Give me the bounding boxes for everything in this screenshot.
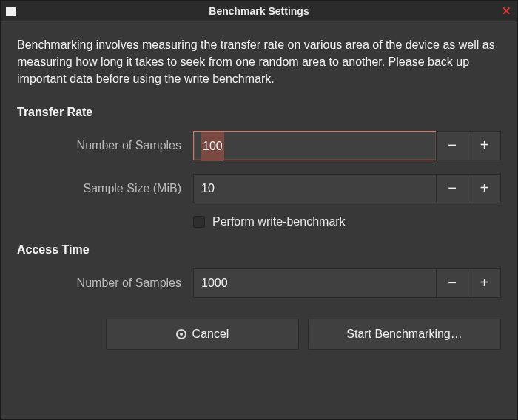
label-access-samples: Number of Samples bbox=[17, 277, 193, 290]
label-write-benchmark: Perform write-benchmark bbox=[212, 215, 346, 228]
minus-button[interactable]: − bbox=[436, 174, 468, 203]
plus-icon: + bbox=[480, 137, 489, 154]
cancel-button-label: Cancel bbox=[192, 328, 229, 341]
window-icon bbox=[6, 7, 16, 16]
spin-transfer-samples: 100 − + bbox=[193, 131, 501, 160]
cancel-button[interactable]: Cancel bbox=[106, 319, 299, 350]
section-heading-access: Access Time bbox=[17, 243, 501, 257]
description-text: Benchmarking involves measuring the tran… bbox=[17, 36, 501, 88]
section-heading-transfer: Transfer Rate bbox=[17, 106, 501, 119]
row-write-benchmark[interactable]: Perform write-benchmark bbox=[193, 215, 501, 228]
minus-icon: − bbox=[448, 180, 457, 197]
start-button-label: Start Benchmarking… bbox=[346, 328, 462, 341]
input-sample-size[interactable]: 10 bbox=[193, 174, 436, 203]
input-transfer-samples-value: 100 bbox=[201, 132, 224, 161]
label-sample-size: Sample Size (MiB) bbox=[17, 182, 193, 195]
row-access-samples: Number of Samples 1000 − + bbox=[17, 268, 501, 298]
spin-access-samples: 1000 − + bbox=[193, 268, 501, 298]
minus-button[interactable]: − bbox=[436, 268, 468, 298]
plus-button[interactable]: + bbox=[468, 174, 501, 203]
input-access-samples[interactable]: 1000 bbox=[193, 268, 436, 298]
minus-button[interactable]: − bbox=[436, 131, 468, 160]
plus-button[interactable]: + bbox=[468, 268, 501, 298]
input-transfer-samples[interactable]: 100 bbox=[193, 131, 436, 160]
close-icon[interactable]: ✕ bbox=[502, 1, 511, 21]
minus-icon: − bbox=[448, 137, 457, 154]
titlebar: Benchmark Settings ✕ bbox=[1, 1, 517, 21]
minus-icon: − bbox=[448, 274, 457, 291]
plus-button[interactable]: + bbox=[468, 131, 501, 160]
dialog-window: Benchmark Settings ✕ Benchmarking involv… bbox=[0, 0, 518, 420]
spin-sample-size: 10 − + bbox=[193, 174, 501, 203]
plus-icon: + bbox=[480, 274, 489, 291]
row-sample-size: Sample Size (MiB) 10 − + bbox=[17, 174, 501, 203]
action-row: Cancel Start Benchmarking… bbox=[17, 319, 501, 350]
start-benchmarking-button[interactable]: Start Benchmarking… bbox=[308, 319, 501, 350]
checkbox-write-benchmark[interactable] bbox=[193, 216, 205, 228]
label-transfer-samples: Number of Samples bbox=[17, 139, 193, 152]
window-title: Benchmark Settings bbox=[1, 5, 517, 17]
row-transfer-samples: Number of Samples 100 − + bbox=[17, 131, 501, 160]
plus-icon: + bbox=[480, 180, 489, 197]
cancel-icon bbox=[176, 329, 186, 339]
dialog-content: Benchmarking involves measuring the tran… bbox=[1, 21, 517, 419]
